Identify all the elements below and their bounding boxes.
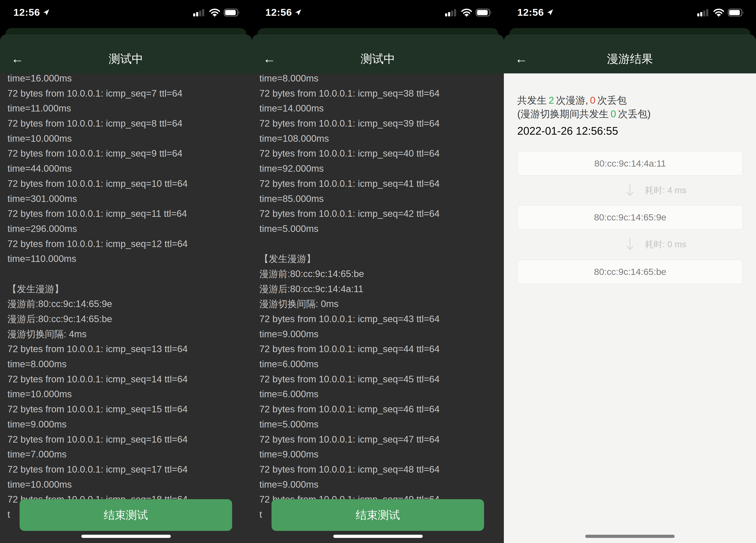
log-line: time=8.000ms <box>259 71 504 86</box>
log-line: 【发生漫游】 <box>7 281 252 296</box>
hop-duration-row: 耗时: 0 ms <box>504 237 756 252</box>
log-line: time=110.000ms <box>7 251 252 267</box>
log-line: 72 bytes from 10.0.0.1: icmp_seq=14 ttl=… <box>7 372 252 387</box>
log-line: 72 bytes from 10.0.0.1: icmp_seq=38 ttl=… <box>259 86 504 101</box>
log-line: 72 bytes from 10.0.0.1: icmp_seq=42 ttl=… <box>259 206 504 221</box>
log-line: 72 bytes from 10.0.0.1: icmp_seq=47 ttl=… <box>259 432 504 447</box>
battery-icon <box>476 9 492 16</box>
battery-icon <box>224 9 240 16</box>
sheet-card: ← 测试中 time=16.000ms72 bytes from 10.0.0.… <box>0 34 252 543</box>
home-indicator[interactable] <box>333 535 423 538</box>
end-test-button[interactable]: 结束测试 <box>20 499 232 531</box>
log-line: time=11.000ms <box>7 101 252 116</box>
log-line: 72 bytes from 10.0.0.1: icmp_seq=17 ttl=… <box>7 462 252 477</box>
log-line: time=9.000ms <box>259 326 504 342</box>
log-line: time=5.000ms <box>259 417 504 432</box>
log-line: 72 bytes from 10.0.0.1: icmp_seq=48 ttl=… <box>259 462 504 477</box>
screenshot-canvas: 12:56 ← 测试中 time=16.000ms72 bytes from 1… <box>0 0 756 543</box>
end-test-button[interactable]: 结束测试 <box>272 499 484 531</box>
log-line: time=7.000ms <box>7 447 252 462</box>
log-line: 漫游切换间隔: 4ms <box>7 326 252 342</box>
home-indicator[interactable] <box>585 535 675 538</box>
status-right <box>193 9 240 17</box>
phone-testing-screen-1: 12:56 ← 测试中 time=16.000ms72 bytes from 1… <box>0 0 252 543</box>
log-line: time=8.000ms <box>7 356 252 372</box>
log-line: 72 bytes from 10.0.0.1: icmp_seq=43 ttl=… <box>259 311 504 326</box>
log-line: time=301.000ms <box>7 191 252 207</box>
switch-loss-count-value: 0 <box>611 108 616 119</box>
log-line: 漫游前:80:cc:9c:14:65:be <box>259 267 504 281</box>
log-line: 72 bytes from 10.0.0.1: icmp_seq=39 ttl=… <box>259 116 504 131</box>
ping-log[interactable]: time=8.000ms72 bytes from 10.0.0.1: icmp… <box>252 71 504 522</box>
log-line: 漫游前:80:cc:9c:14:65:9e <box>7 296 252 311</box>
summary-text: (漫游切换期间共发生 <box>517 108 609 119</box>
log-line: time=108.000ms <box>259 131 504 146</box>
status-bar: 12:56 <box>504 0 756 28</box>
ping-log[interactable]: time=16.000ms72 bytes from 10.0.0.1: icm… <box>0 71 252 522</box>
down-arrow-icon <box>625 183 634 197</box>
log-line: 72 bytes from 10.0.0.1: icmp_seq=8 ttl=6… <box>7 116 252 131</box>
summary-text: 次漫游, <box>556 95 588 106</box>
log-line: 72 bytes from 10.0.0.1: icmp_seq=10 ttl=… <box>7 176 252 191</box>
cellular-signal-icon <box>193 9 206 16</box>
log-line <box>259 237 504 252</box>
cellular-signal-icon <box>697 9 710 16</box>
log-line: 72 bytes from 10.0.0.1: icmp_seq=46 ttl=… <box>259 402 504 417</box>
wifi-icon <box>713 9 724 17</box>
location-arrow-icon <box>43 9 50 16</box>
status-bar: 12:56 <box>0 0 252 28</box>
roaming-summary-line1: 共发生2次漫游,0次丢包 <box>517 93 627 107</box>
bssid-value: 80:cc:9c:14:65:9e <box>594 212 666 223</box>
home-indicator[interactable] <box>81 535 171 538</box>
down-arrow-icon <box>625 237 634 251</box>
wifi-icon <box>461 9 472 17</box>
summary-text: 次丢包 <box>597 95 627 106</box>
status-left: 12:56 <box>517 6 554 18</box>
log-line: time=10.000ms <box>7 477 252 492</box>
content-area: time=16.000ms72 bytes from 10.0.0.1: icm… <box>0 73 252 543</box>
result-content: 共发生2次漫游,0次丢包 (漫游切换期间共发生0次丢包) 2022-01-26 … <box>504 73 756 543</box>
page-title: 测试中 <box>0 51 252 66</box>
log-line: time=44.000ms <box>7 161 252 176</box>
page-title: 测试中 <box>252 51 504 66</box>
log-line: time=92.000ms <box>259 161 504 176</box>
log-line: time=6.000ms <box>259 387 504 402</box>
log-line: time=9.000ms <box>7 417 252 432</box>
result-timestamp: 2022-01-26 12:56:55 <box>517 123 618 139</box>
status-time: 12:56 <box>517 6 544 18</box>
log-line: time=16.000ms <box>7 71 252 86</box>
hop-duration-label: 耗时: 0 ms <box>645 237 686 252</box>
battery-icon <box>728 9 744 16</box>
status-left: 12:56 <box>265 6 302 18</box>
content-area: time=8.000ms72 bytes from 10.0.0.1: icmp… <box>252 73 504 543</box>
log-line: time=5.000ms <box>259 221 504 237</box>
log-line: time=14.000ms <box>259 101 504 116</box>
cellular-signal-icon <box>445 9 457 16</box>
log-line: 72 bytes from 10.0.0.1: icmp_seq=40 ttl=… <box>259 146 504 161</box>
log-line: 漫游切换间隔: 0ms <box>259 296 504 311</box>
status-right <box>697 9 744 17</box>
log-line: 72 bytes from 10.0.0.1: icmp_seq=13 ttl=… <box>7 341 252 356</box>
log-line: 72 bytes from 10.0.0.1: icmp_seq=16 ttl=… <box>7 432 252 447</box>
log-line: time=10.000ms <box>7 387 252 402</box>
hop-duration-row: 耗时: 4 ms <box>504 183 756 198</box>
log-line: 72 bytes from 10.0.0.1: icmp_seq=11 ttl=… <box>7 206 252 221</box>
bssid-box: 80:cc:9c:14:65:9e <box>517 205 743 230</box>
log-line: 72 bytes from 10.0.0.1: icmp_seq=9 ttl=6… <box>7 146 252 161</box>
page-title: 漫游结果 <box>504 51 756 66</box>
location-arrow-icon <box>295 9 302 16</box>
log-line: time=6.000ms <box>259 356 504 372</box>
status-time: 12:56 <box>13 6 40 18</box>
loss-count-value: 0 <box>590 95 595 106</box>
log-line: 72 bytes from 10.0.0.1: icmp_seq=12 ttl=… <box>7 237 252 252</box>
summary-text: 共发生 <box>517 95 547 106</box>
wifi-icon <box>209 9 220 17</box>
status-time: 12:56 <box>265 6 292 18</box>
bssid-value: 80:cc:9c:14:4a:11 <box>594 158 666 169</box>
bssid-value: 80:cc:9c:14:65:be <box>594 267 666 277</box>
log-line: 漫游后:80:cc:9c:14:65:be <box>7 311 252 326</box>
status-right <box>445 9 492 17</box>
log-line: time=296.000ms <box>7 221 252 237</box>
log-line: time=85.000ms <box>259 191 504 207</box>
location-arrow-icon <box>546 9 554 16</box>
